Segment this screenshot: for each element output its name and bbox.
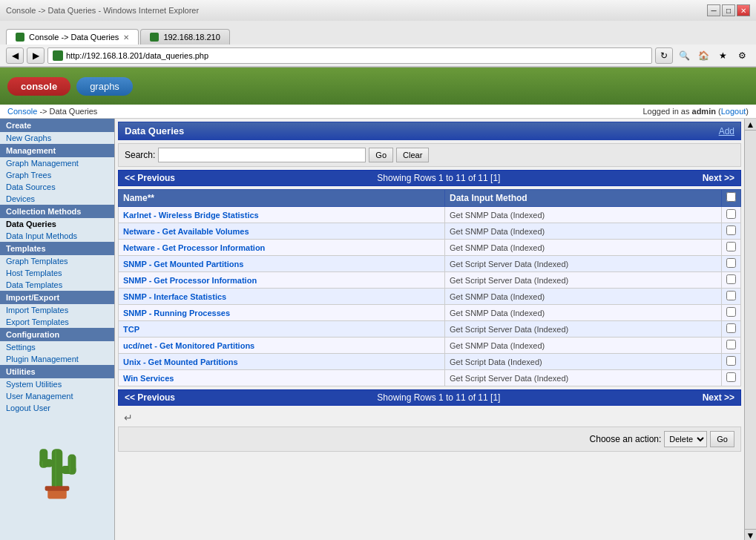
sidebar-item-data-templates[interactable]: Data Templates xyxy=(0,279,114,291)
table-row: SNMP - Get Mounted Partitions Get Script… xyxy=(119,256,741,272)
sidebar-item-graph-trees[interactable]: Graph Trees xyxy=(0,169,114,181)
search-clear-button[interactable]: Clear xyxy=(396,148,429,162)
table-row: ucd/net - Get Monitored Partitions Get S… xyxy=(119,338,741,354)
sidebar-item-devices[interactable]: Devices xyxy=(0,193,114,205)
tab-close-1[interactable]: ✕ xyxy=(123,33,129,42)
scroll-down-button[interactable]: ▼ xyxy=(745,529,756,540)
minimize-button[interactable]: ─ xyxy=(707,4,720,16)
sidebar-item-settings[interactable]: Settings xyxy=(0,341,114,353)
cell-checkbox[interactable] xyxy=(722,207,741,223)
sidebar-item-data-input-methods[interactable]: Data Input Methods xyxy=(0,230,114,242)
cell-checkbox[interactable] xyxy=(722,272,741,289)
sidebar-item-data-queries[interactable]: Data Queries xyxy=(0,218,114,230)
maximize-button[interactable]: □ xyxy=(722,4,735,16)
col-header-checkbox[interactable] xyxy=(722,190,741,207)
sidebar-item-plugin-management[interactable]: Plugin Management xyxy=(0,353,114,365)
row-checkbox[interactable] xyxy=(726,291,736,300)
cell-method: Get SNMP Data (Indexed) xyxy=(445,305,722,321)
cell-checkbox[interactable] xyxy=(722,370,741,386)
cell-method: Get SNMP Data (Indexed) xyxy=(445,240,722,256)
cell-checkbox[interactable] xyxy=(722,338,741,354)
cell-checkbox[interactable] xyxy=(722,240,741,256)
row-checkbox[interactable] xyxy=(726,225,736,235)
sidebar-item-logout-user[interactable]: Logout User xyxy=(0,402,114,414)
cell-name: SNMP - Running Processes xyxy=(119,305,445,321)
cell-checkbox[interactable] xyxy=(722,289,741,305)
row-link[interactable]: ucd/net - Get Monitored Partitions xyxy=(123,341,254,350)
sidebar-item-system-utilities[interactable]: System Utilities xyxy=(0,378,114,390)
browser-tab-1[interactable]: Console -> Data Queries ✕ xyxy=(6,29,139,45)
row-link[interactable]: Win Services xyxy=(123,374,174,383)
address-bar[interactable]: http://192.168.18.201/data_queries.php xyxy=(47,47,652,64)
logout-link[interactable]: Logout xyxy=(721,107,746,116)
row-link[interactable]: SNMP - Interface Statistics xyxy=(123,292,226,301)
breadcrumb-console-link[interactable]: Console xyxy=(7,107,37,116)
cell-name: ucd/net - Get Monitored Partitions xyxy=(119,338,445,354)
cell-name: Unix - Get Mounted Partitions xyxy=(119,354,445,370)
sidebar-item-export-templates[interactable]: Export Templates xyxy=(0,316,114,328)
sidebar-section-templates: Templates xyxy=(0,242,114,255)
row-checkbox[interactable] xyxy=(726,356,736,366)
add-link[interactable]: Add xyxy=(719,126,734,136)
svg-rect-2 xyxy=(39,449,47,467)
cell-checkbox[interactable] xyxy=(722,305,741,321)
scrollbar[interactable]: ▲ ▼ xyxy=(744,119,756,540)
sidebar-item-import-templates[interactable]: Import Templates xyxy=(0,304,114,316)
page-title: Data Queries xyxy=(125,125,184,136)
action-select[interactable]: Delete xyxy=(664,431,707,447)
row-link[interactable]: Karlnet - Wireless Bridge Statistics xyxy=(123,211,259,220)
cell-checkbox[interactable] xyxy=(722,354,741,370)
row-checkbox[interactable] xyxy=(726,340,736,349)
scroll-up-button[interactable]: ▲ xyxy=(745,119,756,131)
row-checkbox[interactable] xyxy=(726,258,736,268)
close-button[interactable]: ✕ xyxy=(737,4,750,16)
row-link[interactable]: SNMP - Get Processor Information xyxy=(123,276,257,285)
row-link[interactable]: SNMP - Get Mounted Partitions xyxy=(123,260,243,269)
sidebar-item-graph-management[interactable]: Graph Management xyxy=(0,157,114,169)
search-go-button[interactable]: Go xyxy=(369,148,393,162)
sidebar-item-new-graphs[interactable]: New Graphs xyxy=(0,132,114,144)
action-go-button[interactable]: Go xyxy=(710,431,734,447)
search-input[interactable] xyxy=(158,148,366,162)
select-all-checkbox[interactable] xyxy=(726,192,736,202)
col-header-name[interactable]: Name** xyxy=(119,190,445,207)
console-tab[interactable]: console xyxy=(7,77,70,96)
row-link[interactable]: TCP xyxy=(123,325,139,334)
sidebar-item-host-templates[interactable]: Host Templates xyxy=(0,267,114,279)
row-checkbox[interactable] xyxy=(726,372,736,382)
address-favicon xyxy=(53,50,63,61)
sidebar-item-data-sources[interactable]: Data Sources xyxy=(0,181,114,193)
tools-icon[interactable]: ⚙ xyxy=(734,47,750,64)
tab-favicon-1 xyxy=(16,33,24,42)
prev-button-bottom[interactable]: << Previous xyxy=(125,392,175,403)
next-button-bottom[interactable]: Next >> xyxy=(703,392,734,403)
search-icon[interactable]: 🔍 xyxy=(676,47,692,64)
sidebar-item-user-management[interactable]: User Management xyxy=(0,390,114,402)
sidebar-item-graph-templates[interactable]: Graph Templates xyxy=(0,255,114,267)
graphs-tab[interactable]: graphs xyxy=(76,77,133,96)
pagination-top: << Previous Showing Rows 1 to 11 of 11 [… xyxy=(118,170,741,186)
row-checkbox[interactable] xyxy=(726,307,736,317)
cell-name: Karlnet - Wireless Bridge Statistics xyxy=(119,207,445,223)
row-checkbox[interactable] xyxy=(726,209,736,219)
row-checkbox[interactable] xyxy=(726,274,736,284)
cell-checkbox[interactable] xyxy=(722,223,741,240)
cell-name: Netware - Get Available Volumes xyxy=(119,223,445,240)
favorites-icon[interactable]: ★ xyxy=(714,47,731,64)
row-link[interactable]: Netware - Get Processor Information xyxy=(123,243,265,252)
forward-button[interactable]: ▶ xyxy=(27,47,45,64)
refresh-button[interactable]: ↻ xyxy=(655,47,673,64)
browser-tab-2[interactable]: 192.168.18.210 xyxy=(140,29,229,45)
row-checkbox[interactable] xyxy=(726,242,736,251)
row-link[interactable]: SNMP - Running Processes xyxy=(123,309,230,317)
back-button[interactable]: ◀ xyxy=(6,47,24,64)
cell-checkbox[interactable] xyxy=(722,256,741,272)
cell-checkbox[interactable] xyxy=(722,321,741,338)
row-checkbox[interactable] xyxy=(726,323,736,333)
sidebar: Create New Graphs Management Graph Manag… xyxy=(0,119,115,540)
home-icon[interactable]: 🏠 xyxy=(695,47,711,64)
row-link[interactable]: Netware - Get Available Volumes xyxy=(123,227,249,236)
prev-button-top[interactable]: << Previous xyxy=(125,173,175,183)
row-link[interactable]: Unix - Get Mounted Partitions xyxy=(123,358,238,366)
next-button-top[interactable]: Next >> xyxy=(703,173,734,183)
